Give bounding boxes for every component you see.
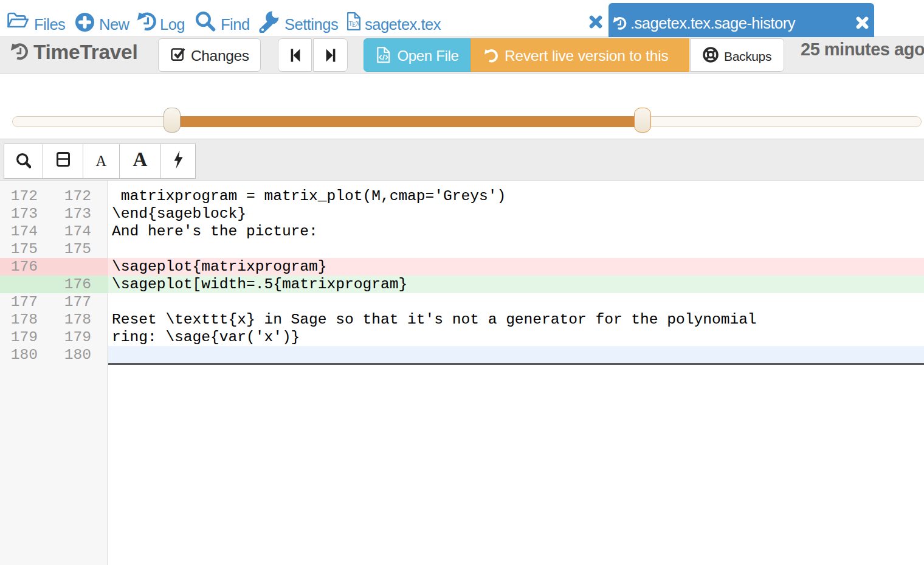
svg-text:TEX: TEX: [348, 20, 360, 28]
